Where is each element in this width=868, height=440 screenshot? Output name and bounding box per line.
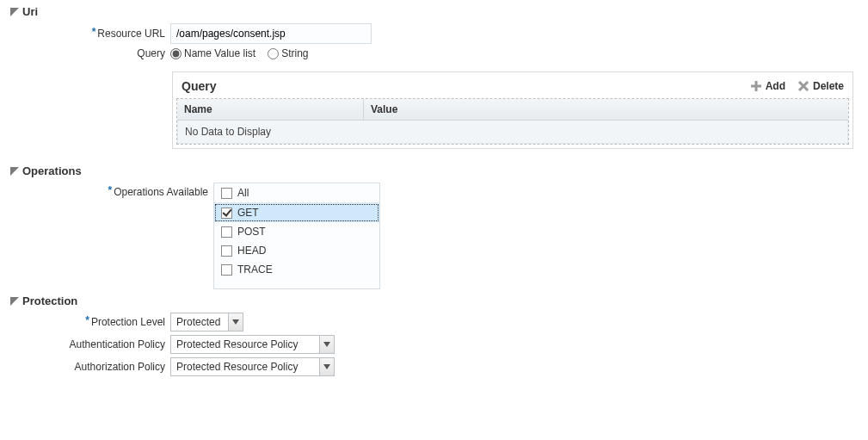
authn-policy-label: Authentication Policy [0,338,170,350]
query-col-value: Value [364,99,848,120]
operation-label: HEAD [237,245,266,257]
collapse-icon [10,167,19,176]
authn-policy-select[interactable]: Protected Resource Policy [170,335,335,354]
collapse-icon [10,8,19,16]
svg-marker-5 [10,167,19,176]
checkbox[interactable] [221,245,232,257]
operation-label: POST [237,226,266,238]
section-operations-title: Operations [22,164,82,177]
svg-marker-6 [10,297,19,306]
required-marker: * [92,26,96,38]
section-protection-header[interactable]: Protection [10,294,868,307]
resource-url-input[interactable] [170,23,372,44]
query-panel: Query Add Delete Name Value No Data to D… [172,71,853,149]
checkbox[interactable] [221,264,232,276]
section-operations-header[interactable]: Operations [10,164,868,177]
required-marker: * [85,314,89,326]
section-uri-title: Uri [22,5,38,18]
query-radio-label: Query [0,47,170,59]
checkbox-all[interactable] [221,188,232,199]
authz-policy-label: Authorization Policy [0,361,170,373]
query-empty-text: No Data to Display [178,121,847,143]
plus-icon [750,80,762,92]
authz-policy-select[interactable]: Protected Resource Policy [170,357,335,376]
query-col-name: Name [177,99,364,120]
protection-level-label: *Protection Level [0,316,170,328]
close-icon [797,80,810,92]
query-radio-nvl[interactable]: Name Value list [170,47,255,59]
svg-marker-7 [232,319,239,325]
chevron-down-icon [228,313,243,331]
resource-url-label: *Resource URL [0,28,170,40]
operation-label: TRACE [237,263,273,276]
svg-marker-9 [323,364,330,369]
add-button[interactable]: Add [750,80,785,92]
operations-all-row[interactable]: All [214,183,379,203]
operation-item-post[interactable]: POST [214,222,379,241]
chevron-down-icon [319,336,334,353]
section-protection-title: Protection [22,294,77,307]
svg-rect-2 [751,85,761,88]
delete-button[interactable]: Delete [797,80,844,92]
operation-item-trace[interactable]: TRACE [214,260,379,279]
chevron-down-icon [319,358,334,375]
collapse-icon [10,297,19,306]
svg-marker-8 [323,342,330,347]
operations-available-label: *Operations Available [0,183,213,198]
query-radio-string[interactable]: String [268,47,308,59]
operation-item-get[interactable]: GET [214,203,379,222]
query-table: Name Value No Data to Display [176,98,849,145]
operation-item-head[interactable]: HEAD [214,241,379,260]
query-radio-string-input[interactable] [268,48,279,59]
section-uri-header[interactable]: Uri [10,5,868,18]
required-marker: * [108,184,112,196]
operations-scroll[interactable]: GETPOSTHEADTRACE [214,203,379,286]
protection-level-select[interactable]: Protected [170,313,243,332]
checkbox[interactable] [221,208,232,219]
query-panel-title: Query [182,79,216,93]
operations-listbox[interactable]: All GETPOSTHEADTRACE [213,183,380,289]
checkbox[interactable] [221,226,232,238]
query-radio-nvl-input[interactable] [170,48,182,59]
operation-label: GET [237,207,259,219]
svg-marker-0 [10,8,19,16]
